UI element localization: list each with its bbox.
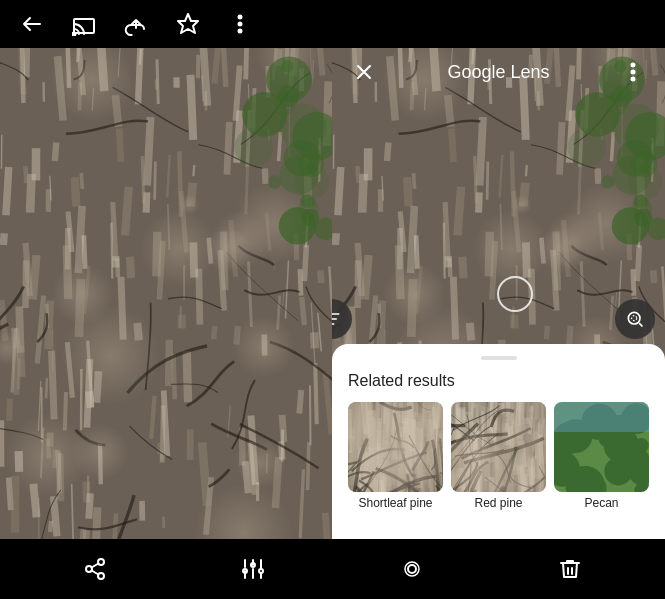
camera-button[interactable] [396,553,428,585]
share-button[interactable] [79,553,111,585]
svg-point-3 [239,16,242,19]
tune-button[interactable] [237,553,269,585]
lens-header: Google Lens [332,48,665,96]
related-results-title: Related results [348,372,649,390]
svg-point-16 [259,569,263,573]
panel-handle [481,356,517,360]
close-button[interactable] [348,56,380,88]
svg-point-5 [239,30,242,33]
svg-point-1 [73,33,76,36]
results-grid: Shortleaf pine Red pine Pecan [348,402,649,510]
result-image-1 [451,402,546,492]
svg-point-4 [239,23,242,26]
lens-title: Google Lens [447,62,549,83]
main-content: Google Lens [0,48,665,539]
lens-circle-overlay [497,276,533,312]
bottom-bar [0,539,665,599]
back-button[interactable] [16,8,48,40]
top-bar-left [16,8,256,40]
star-icon[interactable] [172,8,204,40]
result-canvas-2 [554,402,649,492]
svg-point-10 [632,316,637,321]
result-label-2: Pecan [554,496,649,510]
more-vert-icon-right[interactable] [617,56,649,88]
cast-icon[interactable] [68,8,100,40]
result-item-0[interactable]: Shortleaf pine [348,402,443,510]
tree-photo-left [0,48,332,539]
delete-button[interactable] [554,553,586,585]
lens-title-text: Google Lens [447,62,549,83]
top-bar [0,0,665,48]
svg-marker-2 [178,14,198,33]
result-canvas-1 [451,402,546,492]
related-results-panel: Related results Shortleaf pine Red pine [332,344,665,539]
result-image-0 [348,402,443,492]
result-label-0: Shortleaf pine [348,496,443,510]
photo-right-panel: Google Lens [332,48,665,539]
svg-point-9 [628,312,640,324]
svg-point-6 [632,64,635,67]
photo-left-panel [0,48,332,539]
svg-point-8 [632,78,635,81]
svg-point-17 [408,565,416,573]
result-item-2[interactable]: Pecan [554,402,649,510]
result-image-2 [554,402,649,492]
more-vert-icon-left[interactable] [224,8,256,40]
result-label-1: Red pine [451,496,546,510]
svg-point-7 [632,71,635,74]
cloud-upload-icon[interactable] [120,8,152,40]
result-item-1[interactable]: Red pine [451,402,546,510]
lens-text: Lens [506,62,550,82]
result-canvas-0 [348,402,443,492]
google-text: Google [447,62,505,82]
lens-search-button[interactable] [615,299,655,339]
